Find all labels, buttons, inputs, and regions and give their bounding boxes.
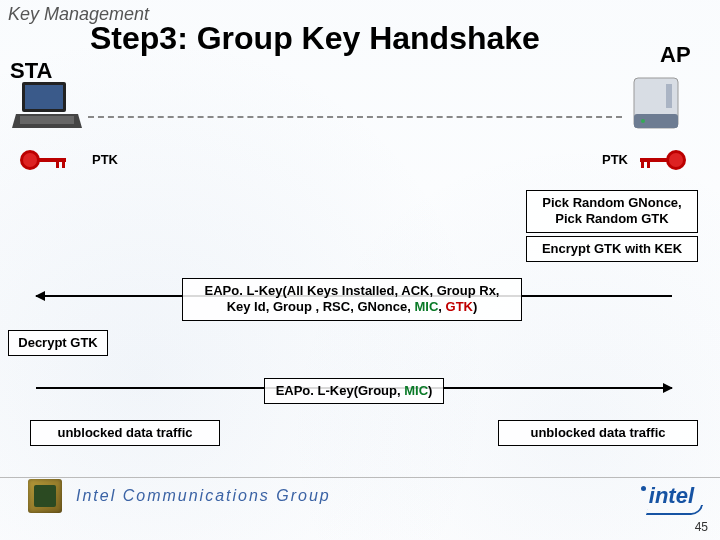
svg-rect-3 bbox=[20, 116, 74, 124]
eapol1-sep: , bbox=[438, 299, 445, 314]
ptk-label-left: PTK bbox=[92, 152, 118, 167]
eapol1-gtk: GTK bbox=[446, 299, 473, 314]
box-unblocked-right: unblocked data traffic bbox=[498, 420, 698, 446]
svg-rect-6 bbox=[666, 84, 672, 108]
chip-icon bbox=[28, 479, 62, 513]
eapol2-mic: MIC bbox=[404, 383, 428, 398]
association-line bbox=[88, 116, 622, 118]
eapol2-post: ) bbox=[428, 383, 432, 398]
intel-logo: intel bbox=[649, 483, 694, 509]
ptk-label-right: PTK bbox=[602, 152, 628, 167]
eapol1-mic: MIC bbox=[414, 299, 438, 314]
footer-group-text: Intel Communications Group bbox=[76, 487, 331, 505]
box-eapol-msg1: EAPo. L-Key(All Keys Installed, ACK, Gro… bbox=[182, 278, 522, 321]
box-eapol-msg2: EAPo. L-Key(Group, MIC) bbox=[264, 378, 444, 404]
eapol1-post: ) bbox=[473, 299, 477, 314]
box-pick-gnonce: Pick Random GNonce, Pick Random GTK bbox=[526, 190, 698, 233]
svg-rect-5 bbox=[634, 114, 678, 128]
slide-number: 45 bbox=[695, 520, 708, 534]
access-point-icon bbox=[628, 72, 688, 134]
box-decrypt-gtk: Decrypt GTK bbox=[8, 330, 108, 356]
footer: Intel Communications Group intel bbox=[0, 478, 720, 514]
svg-rect-1 bbox=[25, 85, 63, 109]
ptk-key-left-icon bbox=[20, 150, 68, 170]
box-encrypt-kek: Encrypt GTK with KEK bbox=[526, 236, 698, 262]
ptk-key-right-icon bbox=[638, 150, 686, 170]
box-unblocked-left: unblocked data traffic bbox=[30, 420, 220, 446]
laptop-icon bbox=[12, 80, 82, 132]
svg-point-7 bbox=[641, 119, 645, 123]
slide: Key Management Step3: Group Key Handshak… bbox=[0, 0, 720, 540]
eapol2-text-pre: EAPo. L-Key(Group, bbox=[276, 383, 405, 398]
label-ap: AP bbox=[660, 42, 691, 68]
page-title: Step3: Group Key Handshake bbox=[90, 20, 630, 57]
